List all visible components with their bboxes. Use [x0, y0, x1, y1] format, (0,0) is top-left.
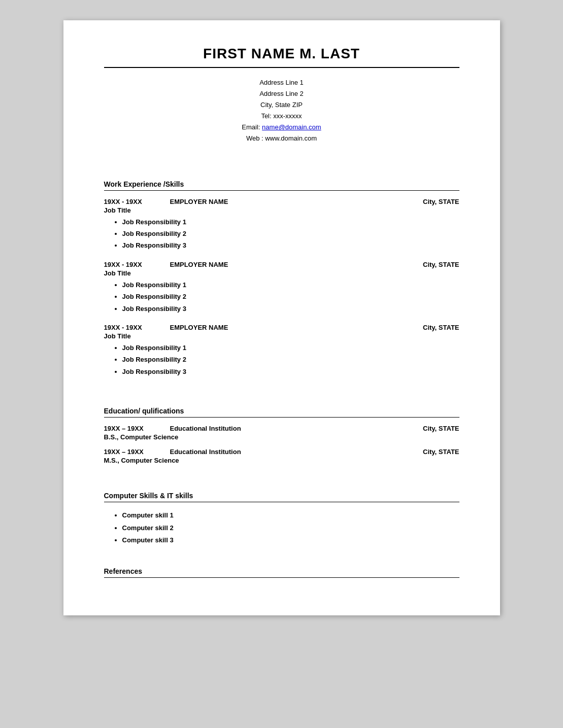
- job-1-location: City, STATE: [423, 198, 459, 205]
- edu-header-2: 19XX – 19XX Educational Institution City…: [104, 448, 459, 456]
- job-header-1: 19XX - 19XX EMPLOYER NAME City, STATE: [104, 198, 459, 205]
- job-3-location: City, STATE: [423, 324, 459, 331]
- email-label: Email:: [242, 123, 260, 131]
- edu-entry-2: 19XX – 19XX Educational Institution City…: [104, 448, 459, 464]
- education-divider: [104, 417, 459, 418]
- references-title: References: [104, 567, 459, 575]
- address-line1: Address Line 1: [104, 77, 459, 88]
- tel-label: Tel:: [261, 112, 271, 120]
- references-divider: [104, 577, 459, 578]
- list-item: Computer skill 3: [122, 534, 459, 547]
- edu-1-location: City, STATE: [423, 425, 459, 432]
- list-item: Computer skill 2: [122, 522, 459, 535]
- email-link[interactable]: name@domain.com: [262, 123, 321, 131]
- list-item: Job Responsibility 3: [122, 239, 459, 251]
- list-item: Job Responsibility 3: [122, 366, 459, 377]
- email-line: Email: name@domain.com: [104, 122, 459, 133]
- city-state-zip: City, State ZIP: [104, 99, 459, 111]
- job-3-dates: 19XX - 19XX: [104, 324, 155, 331]
- web-line: Web : www.domain.com: [104, 133, 459, 144]
- list-item: Job Responsibility 2: [122, 354, 459, 365]
- list-item: Job Responsibility 2: [122, 291, 459, 302]
- address-line2: Address Line 2: [104, 88, 459, 99]
- full-name: FIRST NAME M. LAST: [104, 46, 459, 68]
- job-1-dates: 19XX - 19XX: [104, 198, 155, 205]
- job-header-3: 19XX - 19XX EMPLOYER NAME City, STATE: [104, 324, 459, 331]
- job-2-dates: 19XX - 19XX: [104, 261, 155, 268]
- job-3-responsibilities: Job Responsibility 1 Job Responsibility …: [104, 342, 459, 377]
- edu-2-dates: 19XX – 19XX: [104, 448, 155, 456]
- job-2-title: Job Title: [104, 269, 459, 277]
- job-entry-1: 19XX - 19XX EMPLOYER NAME City, STATE Jo…: [104, 198, 459, 252]
- web-label: Web :: [246, 134, 263, 142]
- job-1-employer: EMPLOYER NAME: [170, 198, 228, 205]
- job-1-title: Job Title: [104, 206, 459, 214]
- edu-1-degree: B.S., Computer Science: [104, 433, 459, 441]
- edu-1-dates: 19XX – 19XX: [104, 425, 155, 432]
- list-item: Job Responsibility 1: [122, 216, 459, 228]
- skills-list: Computer skill 1 Computer skill 2 Comput…: [104, 509, 459, 547]
- edu-2-location: City, STATE: [423, 448, 459, 456]
- job-entry-3: 19XX - 19XX EMPLOYER NAME City, STATE Jo…: [104, 324, 459, 377]
- work-experience-divider: [104, 190, 459, 191]
- computer-skills-title: Computer Skills & IT skills: [104, 492, 459, 500]
- edu-2-institution: Educational Institution: [170, 448, 241, 456]
- education-title: Education/ qulifications: [104, 407, 459, 415]
- references-section: References: [104, 567, 459, 578]
- job-2-location: City, STATE: [423, 261, 459, 268]
- computer-skills-divider: [104, 502, 459, 502]
- contact-block: Address Line 1 Address Line 2 City, Stat…: [104, 77, 459, 145]
- edu-header-1: 19XX – 19XX Educational Institution City…: [104, 425, 459, 432]
- list-item: Computer skill 1: [122, 509, 459, 522]
- tel-line: Tel: xxx-xxxxx: [104, 111, 459, 122]
- job-entry-2: 19XX - 19XX EMPLOYER NAME City, STATE Jo…: [104, 261, 459, 315]
- job-2-responsibilities: Job Responsibility 1 Job Responsibility …: [104, 279, 459, 315]
- tel-value: xxx-xxxxx: [273, 112, 302, 120]
- list-item: Job Responsibility 2: [122, 228, 459, 239]
- web-value: www.domain.com: [265, 134, 317, 142]
- edu-1-institution: Educational Institution: [170, 425, 241, 432]
- list-item: Job Responsibility 1: [122, 279, 459, 291]
- job-1-responsibilities: Job Responsibility 1 Job Responsibility …: [104, 216, 459, 252]
- list-item: Job Responsibility 1: [122, 342, 459, 354]
- edu-2-degree: M.S., Computer Science: [104, 457, 459, 464]
- job-3-employer: EMPLOYER NAME: [170, 324, 228, 331]
- job-3-title: Job Title: [104, 332, 459, 340]
- job-2-employer: EMPLOYER NAME: [170, 261, 228, 268]
- resume-page: FIRST NAME M. LAST Address Line 1 Addres…: [63, 20, 500, 615]
- edu-entry-1: 19XX – 19XX Educational Institution City…: [104, 425, 459, 441]
- list-item: Job Responsibility 3: [122, 303, 459, 315]
- job-header-2: 19XX - 19XX EMPLOYER NAME City, STATE: [104, 261, 459, 268]
- work-experience-title: Work Experience /Skills: [104, 180, 459, 188]
